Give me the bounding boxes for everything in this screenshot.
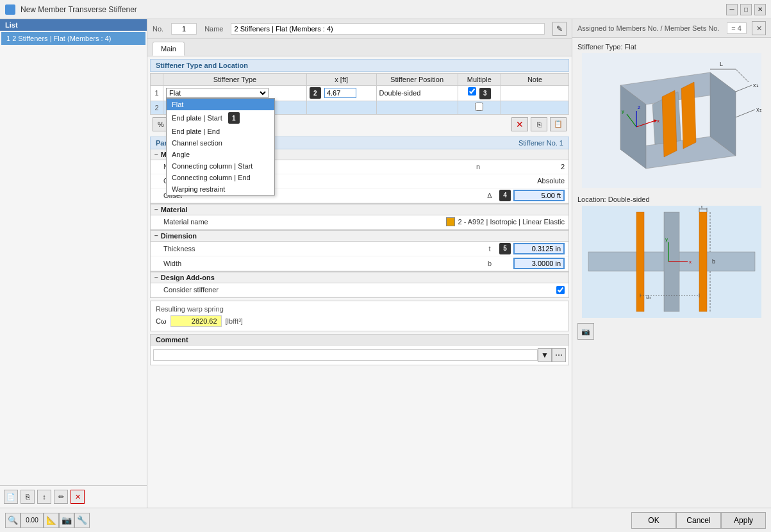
maximize-button[interactable]: □: [740, 4, 752, 15]
right-panel-image-area: Stiffener Type: Flat: [572, 38, 771, 508]
consider-stiffener-label: Consider stiffener: [163, 286, 511, 294]
comment-header: Comment: [151, 335, 568, 345]
comment-action-button[interactable]: ▼: [538, 348, 552, 362]
callout-4: 4: [499, 190, 511, 201]
col-num: [151, 74, 163, 86]
rename-icon[interactable]: ✏: [54, 490, 68, 504]
svg-rect-25: [699, 212, 707, 312]
paste-row-button[interactable]: 📋: [550, 117, 567, 131]
location-label: Location: Double-sided: [577, 195, 650, 203]
comment-more-button[interactable]: ⋯: [552, 348, 566, 362]
callout-3: 3: [479, 88, 491, 99]
collapse-icon-dimension: −: [154, 232, 158, 239]
col-multiple: Multiple: [458, 74, 501, 86]
thickness-symbol: t: [480, 245, 499, 253]
copy-row-button[interactable]: ⎘: [531, 117, 547, 131]
settings-button[interactable]: 🔧: [74, 513, 90, 528]
assigned-header: Assigned to Members No. / Member Sets No…: [572, 19, 771, 38]
param-offset-input[interactable]: [513, 190, 565, 201]
param-row-material-name: Material name 2 - A992 | Isotropic | Lin…: [151, 215, 568, 229]
dd-item-endplate-start[interactable]: End plate | Start 1: [167, 110, 274, 126]
comment-input[interactable]: [153, 349, 538, 361]
width-input[interactable]: [513, 258, 565, 269]
list-item[interactable]: 1 2 Stiffeners | Flat (Members : 4): [1, 32, 145, 45]
no-input[interactable]: 1: [171, 23, 197, 35]
svg-text:x: x: [657, 118, 659, 124]
no-label: No.: [153, 25, 163, 33]
stiffener-type-label: Stiffener Type: Flat: [577, 43, 636, 51]
warp-spring-label: Resulting warp spring: [156, 305, 563, 313]
param-group-material: − Material Material name 2 - A992 | Isot…: [150, 204, 569, 230]
row1-type-cell: Flat Flat End plate | Start 1 End plate …: [163, 86, 307, 101]
move-icon[interactable]: ↕: [37, 490, 51, 504]
tab-bar: Main: [147, 39, 572, 56]
row1-type-select[interactable]: Flat: [166, 88, 269, 98]
col-note: Note: [501, 74, 569, 86]
svg-marker-6: [662, 90, 677, 157]
row1-multiple-checkbox[interactable]: [468, 87, 476, 96]
warp-spring-symbol: Cω: [156, 317, 167, 325]
photo-button[interactable]: 📷: [577, 323, 594, 340]
name-input[interactable]: 2 Stiffeners | Flat (Members : 4): [231, 23, 545, 35]
param-offset-type-value: Absolute: [488, 177, 565, 185]
dd-item-connecting-start[interactable]: Connecting column | Start: [167, 160, 274, 172]
svg-text:y: y: [665, 237, 668, 242]
measure-button[interactable]: 📐: [44, 513, 59, 528]
table-row: 1 Flat Flat End plate | Start 1: [151, 86, 569, 101]
warp-spring-value: 2820.62: [170, 315, 222, 327]
row2-position-cell: [376, 101, 458, 114]
cancel-button[interactable]: Cancel: [676, 512, 721, 529]
ok-button[interactable]: OK: [631, 512, 676, 529]
param-offset-symbol: Δ: [480, 192, 499, 199]
comment-section: Comment ▼ ⋯: [150, 334, 569, 365]
param-group-dimension-label: Dimension: [161, 232, 197, 240]
screenshot-button[interactable]: 📷: [59, 513, 74, 528]
width-symbol: b: [480, 260, 499, 267]
delete-icon[interactable]: ✕: [70, 490, 85, 504]
thickness-label: Thickness: [163, 245, 480, 253]
collapse-icon-design-addons: −: [154, 274, 158, 281]
dd-item-angle[interactable]: Angle: [167, 149, 274, 160]
param-group-design-addons: − Design Add-ons Consider stiffener: [150, 272, 569, 298]
col-x: x [ft]: [306, 74, 376, 86]
svg-marker-7: [681, 82, 696, 149]
comment-input-row: ▼ ⋯: [151, 345, 568, 365]
param-group-dimension-header[interactable]: − Dimension: [151, 231, 568, 242]
param-row-consider-stiffener: Consider stiffener: [151, 283, 568, 297]
assigned-value: = 4: [727, 22, 747, 34]
apply-button[interactable]: Apply: [721, 512, 766, 529]
material-name-value: 2 - A992 | Isotropic | Linear Elastic: [458, 218, 565, 226]
warp-spring-unit: [lbfft³]: [226, 317, 243, 325]
dd-item-warping[interactable]: Warping restraint: [167, 183, 274, 195]
assigned-close-button[interactable]: ✕: [752, 21, 766, 35]
row2-multiple-cell: [458, 101, 501, 114]
close-button[interactable]: ✕: [754, 4, 766, 15]
thickness-input[interactable]: [513, 243, 565, 254]
row1-x-input[interactable]: [324, 88, 356, 98]
new-icon[interactable]: 📄: [4, 490, 18, 504]
title-bar: New Member Transverse Stiffener ─ □ ✕: [0, 0, 771, 19]
edit-name-button[interactable]: ✎: [552, 22, 567, 36]
consider-stiffener-checkbox[interactable]: [556, 286, 565, 294]
stiffener-table: Stiffener Type x [ft] Stiffener Position…: [150, 73, 569, 115]
copy-icon[interactable]: ⎘: [21, 490, 35, 504]
tab-main[interactable]: Main: [153, 42, 185, 56]
zoom-button[interactable]: 🔍: [5, 513, 21, 528]
delete-row-button[interactable]: ✕: [511, 117, 528, 131]
dd-item-connecting-end[interactable]: Connecting column | End: [167, 172, 274, 183]
diagram-3d: L x₁ x₂ x y z: [582, 53, 761, 188]
param-group-material-label: Material: [161, 206, 188, 213]
minimize-button[interactable]: ─: [726, 4, 738, 15]
dd-item-flat-1[interactable]: Flat: [167, 99, 274, 110]
stiffener-section-header: Stiffener Type and Location: [150, 59, 569, 72]
row2-multiple-checkbox[interactable]: [475, 103, 483, 111]
row1-position-cell: Double-sided: [376, 86, 458, 101]
svg-text:z: z: [638, 104, 640, 110]
width-label: Width: [163, 260, 480, 267]
dd-item-endplate-end[interactable]: End plate | End: [167, 126, 274, 137]
param-group-material-header[interactable]: − Material: [151, 204, 568, 215]
dd-item-channel[interactable]: Channel section: [167, 137, 274, 149]
material-name-label: Material name: [163, 218, 427, 226]
param-group-design-addons-header[interactable]: − Design Add-ons: [151, 272, 568, 283]
collapse-icon-material: −: [154, 206, 158, 213]
